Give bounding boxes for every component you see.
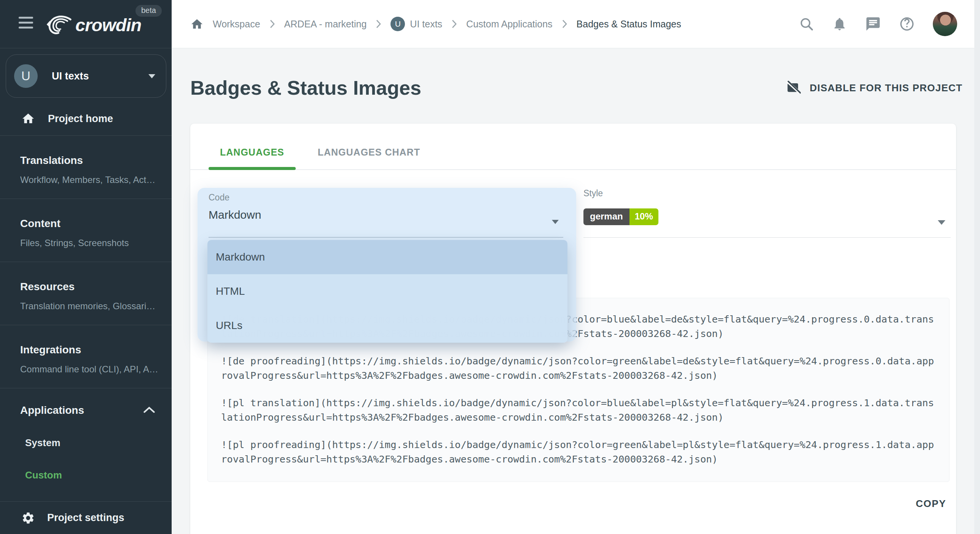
section-subtitle: Command line tool (CLI), API, A…	[20, 364, 160, 375]
sidebar-divider	[0, 48, 172, 48]
beta-badge: beta	[135, 5, 162, 17]
crowdin-logo[interactable]: crowdin	[46, 14, 141, 36]
sidebar-item-project-home[interactable]: Project home	[0, 102, 172, 135]
project-avatar-initial: U	[21, 69, 30, 83]
project-name: UI texts	[52, 70, 148, 82]
messages-chat-icon[interactable]	[865, 16, 881, 32]
dropdown-option-markdown[interactable]: Markdown	[207, 240, 567, 274]
style-select-label: Style	[583, 188, 951, 199]
chevron-right-icon	[451, 19, 457, 29]
section-subtitle: Files, Strings, Screenshots	[20, 238, 160, 248]
sidebar-group-applications: Applications System Custom	[0, 388, 172, 501]
sidebar-item-content[interactable]: Content Files, Strings, Screenshots	[0, 199, 172, 262]
chevron-up-icon[interactable]	[143, 406, 155, 413]
gear-icon	[21, 511, 35, 525]
section-title: Resources	[20, 281, 160, 292]
breadcrumb-item-workspace[interactable]: Workspace	[213, 19, 260, 30]
chevron-right-icon	[562, 19, 567, 29]
breadcrumb: Workspace ARDEA - marketing U UI texts C…	[190, 17, 681, 31]
dropdown-option-urls[interactable]: URLs	[207, 308, 567, 343]
sidebar-item-translations[interactable]: Translations Workflow, Members, Tasks, A…	[0, 136, 172, 199]
home-icon[interactable]	[190, 17, 204, 31]
sidebar-item-resources[interactable]: Resources Translation memories, Glossari…	[0, 262, 172, 325]
chevron-right-icon	[376, 19, 381, 29]
top-bar: Workspace ARDEA - marketing U UI texts C…	[172, 0, 980, 48]
home-icon	[21, 112, 35, 126]
sidebar-item-integrations[interactable]: Integrations Command line tool (CLI), AP…	[0, 325, 172, 388]
tabs: LANGUAGES LANGUAGES CHART	[190, 124, 956, 170]
breadcrumb-item-project[interactable]: ARDEA - marketing	[284, 19, 367, 30]
chevron-right-icon	[269, 19, 275, 29]
tab-languages-chart[interactable]: LANGUAGES CHART	[306, 147, 432, 169]
top-bar-actions	[799, 12, 957, 36]
chevron-down-icon[interactable]	[552, 220, 559, 224]
badge-language-label: german	[583, 208, 629, 225]
sidebar-item-system[interactable]: System	[25, 437, 172, 449]
section-title: Integrations	[20, 344, 160, 356]
main-content: Badges & Status Images DISABLE FOR THIS …	[172, 48, 980, 534]
sidebar-item-project-settings[interactable]: Project settings	[0, 501, 172, 534]
tab-languages[interactable]: LANGUAGES	[209, 147, 296, 169]
breadcrumb-item-ui-texts[interactable]: U UI texts	[390, 17, 442, 31]
breadcrumb-item-custom-applications[interactable]: Custom Applications	[466, 19, 553, 30]
style-badge-preview: german 10%	[583, 208, 658, 225]
project-selector[interactable]: U UI texts	[6, 54, 166, 98]
sidebar-item-custom[interactable]: Custom	[25, 469, 172, 481]
sidebar: U UI texts Project home Translations Wor…	[0, 0, 172, 534]
code-select-value: Markdown	[209, 208, 261, 221]
chevron-down-icon	[148, 74, 155, 78]
style-select[interactable]: Style german 10%	[583, 188, 951, 238]
section-subtitle: Translation memories, Glossari…	[20, 301, 160, 312]
section-title: Translations	[20, 155, 160, 166]
copy-button[interactable]: COPY	[916, 498, 946, 510]
notifications-bell-icon[interactable]	[832, 16, 847, 32]
scrollbar[interactable]	[974, 0, 980, 534]
page-title: Badges & Status Images	[190, 76, 421, 99]
code-line: ![pl proofreading](https://img.shields.i…	[221, 437, 936, 466]
page-header: Badges & Status Images DISABLE FOR THIS …	[190, 76, 962, 99]
section-subtitle: Workflow, Members, Tasks, Act…	[20, 175, 160, 185]
code-select-dropdown: Markdown HTML URLs	[207, 240, 567, 343]
code-line: ![pl translation](https://img.shields.io…	[221, 396, 936, 424]
crowdin-logo-mark	[46, 14, 72, 36]
section-title: Content	[20, 218, 160, 229]
disable-button-label: DISABLE FOR THIS PROJECT	[810, 82, 963, 94]
select-underline	[209, 237, 563, 238]
code-line: ![de proofreading](https://img.shields.i…	[221, 354, 936, 383]
sidebar-item-label: Project settings	[47, 512, 124, 524]
hamburger-menu-icon[interactable]	[19, 17, 33, 32]
project-avatar: U	[14, 64, 38, 88]
breadcrumb-label: UI texts	[410, 19, 442, 30]
badge-progress-value: 10%	[629, 208, 658, 225]
dropdown-option-html[interactable]: HTML	[207, 274, 567, 308]
avatar: U	[390, 17, 405, 31]
image-disabled-icon	[786, 80, 801, 95]
disable-for-project-button[interactable]: DISABLE FOR THIS PROJECT	[786, 80, 963, 95]
badges-card: LANGUAGES LANGUAGES CHART Style german 1…	[190, 124, 956, 534]
search-icon[interactable]	[799, 16, 814, 32]
chevron-down-icon[interactable]	[938, 220, 945, 225]
code-select-label: Code	[209, 192, 229, 203]
crowdin-logo-text: crowdin	[75, 14, 141, 35]
help-icon[interactable]	[899, 16, 915, 32]
user-avatar[interactable]	[933, 12, 957, 36]
sidebar-item-label: Project home	[48, 113, 113, 125]
breadcrumb-item-current-page: Badges & Status Images	[577, 19, 681, 30]
